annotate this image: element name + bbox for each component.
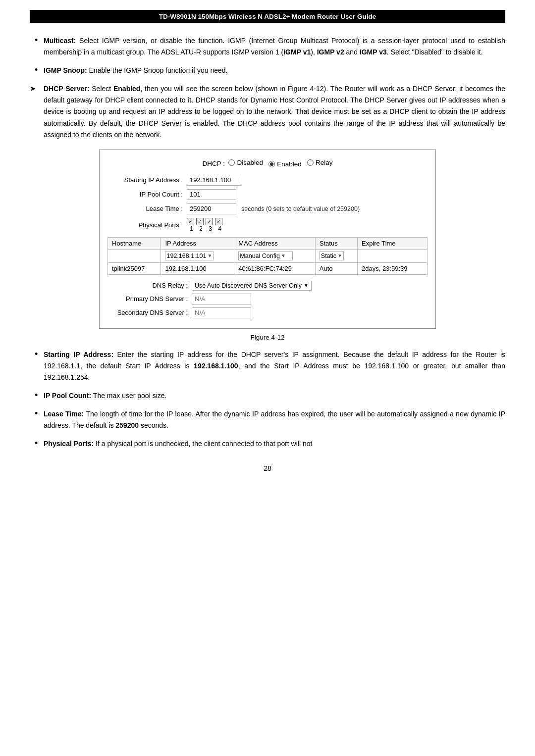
model-name: TD-W8901N bbox=[159, 13, 196, 20]
figure-container: DHCP : Disabled Enabled Relay Starting I… bbox=[99, 150, 436, 329]
lease-time-bold: Lease Time: bbox=[44, 410, 84, 418]
port1-checkbox[interactable]: ✓ bbox=[187, 218, 194, 225]
primary-dns-label: Primary DNS Server : bbox=[107, 295, 192, 302]
table-header-row: Hostname IP Address MAC Address Status E… bbox=[108, 237, 428, 249]
pool-count-label: IP Pool Count : bbox=[107, 191, 187, 198]
bullet-dot-6: • bbox=[35, 439, 44, 448]
page-number-value: 28 bbox=[264, 464, 271, 472]
primary-dns-input[interactable] bbox=[192, 294, 251, 304]
port-labels: 1 2 3 4 bbox=[188, 225, 223, 232]
port2-checkbox[interactable]: ✓ bbox=[196, 218, 204, 225]
data-status: Auto bbox=[315, 262, 357, 274]
radio-enabled-circle bbox=[268, 161, 275, 167]
bullet-dot-1: • bbox=[35, 36, 44, 45]
pool-count-input[interactable] bbox=[187, 189, 236, 200]
radio-relay[interactable]: Relay bbox=[307, 159, 333, 166]
figure-caption: Figure 4-12 bbox=[30, 334, 505, 341]
port-label-1: 1 bbox=[188, 225, 195, 232]
col-status: Status bbox=[315, 237, 357, 249]
data-ip: 192.168.1.100 bbox=[161, 262, 234, 274]
input-mac-cell: Manual Config ▼ bbox=[234, 249, 315, 262]
starting-ip-input[interactable] bbox=[187, 175, 241, 186]
physical-ports-label: Physical Ports : bbox=[107, 221, 187, 229]
header-bar: TD-W8901N 150Mbps Wireless N ADSL2+ Mode… bbox=[30, 10, 505, 23]
data-hostname: tplink25097 bbox=[108, 262, 161, 274]
mac-select-arrow: ▼ bbox=[281, 253, 286, 258]
header-title: 150Mbps Wireless N ADSL2+ Modem Router U… bbox=[198, 13, 376, 20]
port-label-2: 2 bbox=[197, 225, 205, 232]
bullet-dot-2: • bbox=[35, 65, 44, 74]
dns-relay-row: DNS Relay : Use Auto Discovered DNS Serv… bbox=[107, 281, 428, 291]
lease-time-hint: seconds (0 sets to default value of 2592… bbox=[241, 205, 360, 212]
col-mac-address: MAC Address bbox=[234, 237, 315, 249]
dhcp-radio-row: DHCP : Disabled Enabled Relay bbox=[107, 159, 428, 168]
pool-count-bold: IP Pool Count: bbox=[44, 392, 91, 400]
starting-ip-bold: Starting IP Address: bbox=[44, 351, 113, 358]
bullet-dot-4: • bbox=[35, 391, 44, 400]
table-input-row: 192.168.1.101 ▼ Manual Config ▼ Static bbox=[108, 249, 428, 262]
lease-time-value-bold: 259200 bbox=[115, 421, 139, 429]
data-mac: 40:61:86:FC:74:29 bbox=[234, 262, 315, 274]
bullet-igmp-text: IGMP Snoop: Enable the IGMP Snoop functi… bbox=[44, 65, 227, 76]
multicast-label: Multicast: bbox=[44, 37, 76, 45]
status-select-arrow: ▼ bbox=[337, 253, 342, 258]
checkbox-row: ✓ ✓ ✓ ✓ bbox=[187, 218, 223, 225]
data-expire: 2days, 23:59:39 bbox=[357, 262, 427, 274]
igmp-v3: IGMP v3 bbox=[360, 48, 387, 56]
lease-time-input[interactable] bbox=[187, 203, 236, 214]
dns-section: DNS Relay : Use Auto Discovered DNS Serv… bbox=[107, 281, 428, 318]
input-ip-cell: 192.168.1.101 ▼ bbox=[161, 249, 234, 262]
dns-relay-label: DNS Relay : bbox=[107, 282, 192, 289]
radio-enabled[interactable]: Enabled bbox=[268, 160, 302, 168]
bullet-starting-ip: • Starting IP Address: Enter the startin… bbox=[30, 349, 505, 383]
dhcp-table: Hostname IP Address MAC Address Status E… bbox=[107, 237, 428, 275]
radio-relay-label: Relay bbox=[316, 159, 333, 166]
bullet-dot-5: • bbox=[35, 409, 44, 418]
radio-disabled[interactable]: Disabled bbox=[228, 159, 263, 166]
mac-select[interactable]: Manual Config ▼ bbox=[238, 252, 293, 260]
form-fields: Starting IP Address : IP Pool Count : Le… bbox=[107, 175, 428, 232]
secondary-dns-input[interactable] bbox=[192, 307, 251, 318]
arrow-symbol: ➤ bbox=[30, 84, 44, 93]
radio-enabled-label: Enabled bbox=[277, 160, 302, 168]
status-select-value: Static bbox=[321, 252, 336, 259]
input-hostname-cell bbox=[108, 249, 161, 262]
igmp-v2: IGMP v2 bbox=[317, 48, 344, 56]
port-label-4: 4 bbox=[216, 225, 223, 232]
igmp-snoop-label: IGMP Snoop: bbox=[44, 66, 87, 74]
bullet-lease-time-text: Lease Time: The length of time for the I… bbox=[44, 408, 505, 431]
bullet-physical-ports-text: Physical Ports: If a physical port is un… bbox=[44, 438, 312, 450]
ip-select-value: 192.168.1.101 bbox=[166, 252, 206, 259]
ports-container: ✓ ✓ ✓ ✓ 1 2 3 4 bbox=[187, 218, 223, 232]
mac-select-value: Manual Config bbox=[240, 252, 280, 259]
port-label-3: 3 bbox=[207, 225, 214, 232]
secondary-dns-label: Secondary DNS Server : bbox=[107, 309, 192, 316]
bullet-lease-time: • Lease Time: The length of time for the… bbox=[30, 408, 505, 431]
form-row-pool-count: IP Pool Count : bbox=[107, 189, 428, 200]
col-ip-address: IP Address bbox=[161, 237, 234, 249]
input-expire-cell bbox=[357, 249, 427, 262]
dns-relay-select[interactable]: Use Auto Discovered DNS Server Only ▼ bbox=[192, 281, 312, 291]
bullet-pool-count: • IP Pool Count: The max user pool size. bbox=[30, 390, 505, 402]
dns-relay-arrow: ▼ bbox=[304, 283, 309, 288]
dns-relay-value: Use Auto Discovered DNS Server Only bbox=[195, 282, 302, 289]
radio-relay-circle bbox=[307, 159, 314, 166]
status-select[interactable]: Static ▼ bbox=[320, 252, 344, 260]
bullet-starting-ip-text: Starting IP Address: Enter the starting … bbox=[44, 349, 505, 383]
bullet-pool-count-text: IP Pool Count: The max user pool size. bbox=[44, 390, 166, 402]
secondary-dns-row: Secondary DNS Server : bbox=[107, 307, 428, 318]
radio-disabled-circle bbox=[228, 159, 235, 166]
arrow-dhcp-server: ➤ DHCP Server: Select Enabled, then you … bbox=[30, 83, 505, 140]
physical-ports-bold: Physical Ports: bbox=[44, 440, 94, 448]
figure-caption-text: Figure 4-12 bbox=[250, 334, 284, 341]
starting-ip-value-bold: 192.168.1.100 bbox=[194, 362, 238, 370]
bullet-multicast: • Multicast: Select IGMP version, or dis… bbox=[30, 35, 505, 58]
port3-checkbox[interactable]: ✓ bbox=[206, 218, 213, 225]
port4-checkbox[interactable]: ✓ bbox=[215, 218, 222, 225]
ip-select[interactable]: 192.168.1.101 ▼ bbox=[165, 252, 214, 260]
input-status-cell: Static ▼ bbox=[315, 249, 357, 262]
form-row-starting-ip: Starting IP Address : bbox=[107, 175, 428, 186]
col-expire-time: Expire Time bbox=[357, 237, 427, 249]
col-hostname: Hostname bbox=[108, 237, 161, 249]
form-row-lease-time: Lease Time : seconds (0 sets to default … bbox=[107, 203, 428, 214]
